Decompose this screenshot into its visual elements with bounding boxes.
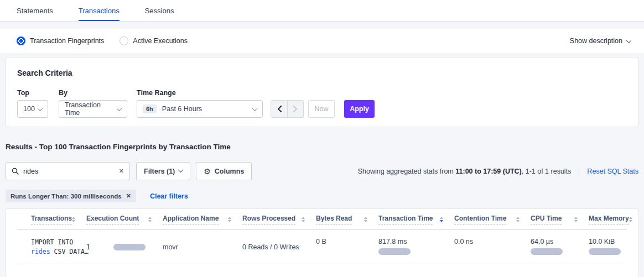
- search-criteria-card: Search Criteria Top By Time Range 100 Tr…: [6, 57, 638, 127]
- gear-icon: ⚙: [204, 167, 211, 176]
- application-name-value: movr: [163, 243, 178, 251]
- table-row: IMPORT INTO rides CSV DATA… 1 movr 0 Rea…: [17, 230, 627, 264]
- cell-application-name: movr: [163, 230, 242, 264]
- results-toolbar: ✕ Filters (1) ⚙ Columns Showing aggregat…: [6, 162, 638, 180]
- cell-execution-count: 1: [86, 230, 163, 264]
- column-header-execution-count[interactable]: Execution Count: [86, 215, 163, 224]
- view-toggle-row: Transaction Fingerprints Active Executio…: [0, 29, 644, 53]
- sort-icon[interactable]: [302, 217, 305, 222]
- column-header-contention-time[interactable]: Contention Time: [454, 215, 531, 224]
- sort-icon[interactable]: [148, 217, 152, 222]
- apply-button[interactable]: Apply: [344, 100, 375, 118]
- time-range-badge: 6h: [143, 104, 157, 113]
- column-header-cpu-time[interactable]: CPU Time: [531, 215, 589, 224]
- transaction-fingerprint-link[interactable]: rides: [31, 248, 50, 255]
- column-header-transactions[interactable]: Transactions: [31, 215, 86, 224]
- cell-max-memory: 10.0 KiB: [589, 230, 627, 264]
- time-range-value: Past 6 Hours: [162, 105, 202, 113]
- radio-unselected-icon: [120, 36, 128, 45]
- transaction-statement-line1: IMPORT INTO: [31, 238, 89, 247]
- transaction-time-bar: [378, 248, 411, 255]
- rows-processed-value: 0 Reads / 0 Writes: [242, 243, 299, 251]
- time-range-select[interactable]: 6h Past 6 Hours: [137, 100, 263, 118]
- execution-count-bar: [113, 244, 146, 250]
- chevron-down-icon: [117, 106, 122, 111]
- cell-transaction: IMPORT INTO rides CSV DATA…: [31, 230, 86, 264]
- column-header-rows-processed[interactable]: Rows Processed: [242, 215, 316, 224]
- top-select[interactable]: 100: [17, 100, 48, 118]
- clear-filters-link[interactable]: Clear filters: [150, 192, 188, 200]
- sort-icon[interactable]: [574, 217, 578, 222]
- top-label: Top: [17, 89, 59, 97]
- top-value: 100: [23, 105, 35, 113]
- cell-bytes-read: 0 B: [316, 230, 378, 264]
- radio-selected-icon: [17, 36, 25, 45]
- radio-label: Active Executions: [133, 37, 188, 45]
- chevron-down-icon: [178, 167, 184, 173]
- show-description-label: Show description: [570, 37, 622, 45]
- page-tabs: Statements Transactions Sessions: [0, 0, 644, 22]
- cell-contention-time: 0.0 ns: [454, 230, 531, 264]
- aggregated-stats-text: Showing aggregated stats from 11:00 to 1…: [358, 168, 572, 175]
- search-criteria-title: Search Criteria: [17, 69, 627, 77]
- cpu-time-value: 64.0 µs: [531, 238, 553, 245]
- chevron-left-icon: [277, 105, 282, 113]
- execution-count-value: 1: [86, 243, 90, 251]
- column-header-application-name[interactable]: Application Name: [163, 215, 242, 224]
- cell-transaction-time: 817.8 ms: [378, 230, 454, 264]
- filter-pill-close-icon[interactable]: ✕: [126, 192, 131, 200]
- cpu-time-bar: [531, 248, 563, 255]
- reset-sql-stats-link[interactable]: Reset SQL Stats: [587, 168, 638, 175]
- time-nav-group: [271, 100, 304, 118]
- results-table: Transactions Execution Count Application…: [6, 208, 638, 277]
- search-clear-icon[interactable]: ✕: [119, 168, 124, 175]
- filters-button[interactable]: Filters (1): [136, 162, 190, 180]
- tab-statements[interactable]: Statements: [17, 0, 53, 21]
- max-memory-value: 10.0 KiB: [589, 238, 615, 245]
- filters-label: Filters (1): [144, 168, 175, 175]
- cell-cpu-time: 64.0 µs: [531, 230, 589, 264]
- tab-transactions[interactable]: Transactions: [79, 0, 120, 21]
- show-description-toggle[interactable]: Show description: [570, 37, 631, 45]
- applied-filters-row: Runs Longer Than: 300 milliseconds ✕ Cle…: [6, 190, 188, 202]
- column-header-transaction-time[interactable]: Transaction Time: [378, 215, 454, 224]
- by-select[interactable]: Transaction Time: [59, 100, 127, 118]
- stats-suffix: , 1-1 of 1 results: [522, 168, 572, 175]
- vertical-divider: [579, 164, 579, 179]
- cell-rows-processed: 0 Reads / 0 Writes: [242, 230, 316, 264]
- search-icon: [12, 168, 19, 175]
- max-memory-bar: [589, 248, 621, 255]
- chevron-right-icon: [293, 105, 298, 113]
- radio-transaction-fingerprints[interactable]: Transaction Fingerprints: [17, 36, 104, 45]
- time-next-button[interactable]: [287, 101, 303, 117]
- sort-icon[interactable]: [629, 217, 632, 222]
- columns-label: Columns: [215, 168, 244, 175]
- results-heading: Results - Top 100 Transaction Fingerprin…: [6, 143, 231, 151]
- filter-pill-label: Runs Longer Than: 300 milliseconds: [11, 193, 122, 200]
- sort-icon-active-desc[interactable]: [440, 217, 443, 222]
- sort-icon[interactable]: [228, 217, 231, 222]
- by-label: By: [59, 89, 137, 97]
- time-range-label: Time Range: [137, 89, 176, 97]
- now-button[interactable]: Now: [308, 100, 335, 118]
- search-input[interactable]: [23, 168, 119, 175]
- radio-active-executions[interactable]: Active Executions: [120, 36, 188, 45]
- sort-icon[interactable]: [72, 217, 75, 222]
- column-header-max-memory[interactable]: Max Memory: [589, 215, 643, 224]
- chevron-down-icon: [252, 106, 258, 111]
- stats-prefix: Showing aggregated stats from: [358, 168, 456, 175]
- sort-icon[interactable]: [516, 217, 520, 222]
- bytes-read-value: 0 B: [316, 238, 326, 245]
- transaction-statement-rest: CSV DATA…: [50, 248, 89, 255]
- search-box[interactable]: ✕: [6, 162, 130, 180]
- contention-time-value: 0.0 ns: [454, 238, 473, 245]
- stats-time-range: 11:00 to 17:59 (UTC): [455, 168, 521, 175]
- transaction-time-value: 817.8 ms: [378, 238, 407, 245]
- radio-label: Transaction Fingerprints: [30, 37, 104, 45]
- column-header-bytes-read[interactable]: Bytes Read: [316, 215, 378, 224]
- filter-pill: Runs Longer Than: 300 milliseconds ✕: [6, 190, 136, 202]
- sort-icon[interactable]: [364, 217, 367, 222]
- time-prev-button[interactable]: [271, 101, 287, 117]
- columns-button[interactable]: ⚙ Columns: [196, 162, 252, 180]
- tab-sessions[interactable]: Sessions: [145, 0, 174, 21]
